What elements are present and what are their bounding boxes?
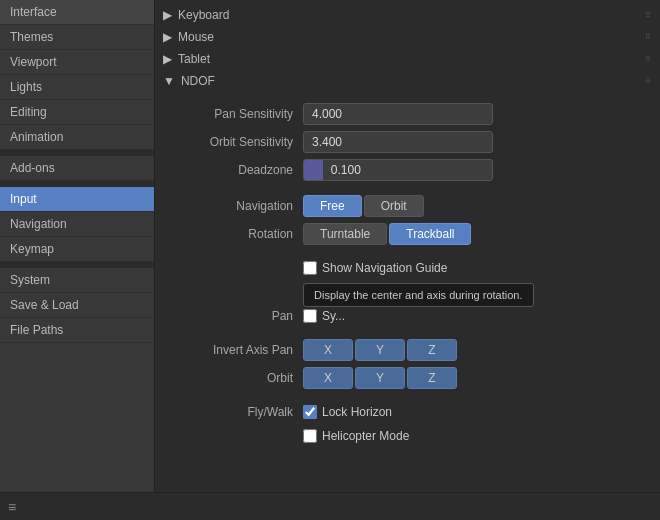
sidebar-item-file-paths[interactable]: File Paths: [0, 318, 154, 343]
invert-zoom-row: Invert Zoom: [155, 280, 660, 304]
rotation-row: Rotation Turntable Trackball: [155, 220, 660, 248]
invert-axis-pan-row: Invert Axis Pan X Y Z: [155, 336, 660, 364]
show-nav-guide-checkbox[interactable]: [303, 261, 317, 275]
deadzone-label: Deadzone: [163, 163, 303, 177]
orbit-sensitivity-row: Orbit Sensitivity 3.400: [155, 128, 660, 156]
sidebar-item-save-load[interactable]: Save & Load: [0, 293, 154, 318]
lock-horizon-checkbox[interactable]: [303, 405, 317, 419]
sidebar-item-add-ons[interactable]: Add-ons: [0, 156, 154, 181]
orbit-sensitivity-field[interactable]: 3.400: [303, 131, 493, 153]
rot-trackball-button[interactable]: Trackball: [389, 223, 471, 245]
pan-checkbox[interactable]: [303, 309, 317, 323]
tablet-arrow-icon: ▶: [163, 52, 172, 66]
mouse-arrow-icon: ▶: [163, 30, 172, 44]
menu-item-mouse[interactable]: ▶ Mouse ⠿: [155, 26, 660, 48]
main-content: ▶ Keyboard ⠿ ▶ Mouse ⠿ ▶ Tablet ⠿: [155, 0, 660, 492]
menu-item-ndof[interactable]: ▼ NDOF ⠿: [155, 70, 660, 92]
invert-axis-pan-value: X Y Z: [303, 339, 652, 361]
navigation-label: Navigation: [163, 199, 303, 213]
sidebar-item-animation[interactable]: Animation: [0, 125, 154, 150]
pan-label: Pan: [163, 309, 303, 323]
tablet-drag-icon: ⠿: [645, 55, 652, 64]
helicopter-mode-row: Helicopter Mode: [155, 424, 660, 448]
spacer-1: [155, 184, 660, 192]
invert-axis-pan-btn-group: X Y Z: [303, 339, 652, 361]
flywalk-label: Fly/Walk: [163, 405, 303, 419]
orbit-sensitivity-label: Orbit Sensitivity: [163, 135, 303, 149]
invert-axis-pan-label: Invert Axis Pan: [163, 343, 303, 357]
menu-item-keyboard[interactable]: ▶ Keyboard ⠿: [155, 4, 660, 26]
sidebar-item-editing[interactable]: Editing: [0, 100, 154, 125]
spacer-2: [155, 248, 660, 256]
pan-sy-label: Sy...: [322, 309, 345, 323]
deadzone-row: Deadzone 0.100: [155, 156, 660, 184]
rotation-label: Rotation: [163, 227, 303, 241]
orbit-x-button[interactable]: X: [303, 367, 353, 389]
orbit-z-button[interactable]: Z: [407, 367, 457, 389]
sidebar-item-lights[interactable]: Lights: [0, 75, 154, 100]
pan-sensitivity-row: Pan Sensitivity 4.000: [155, 100, 660, 128]
pan-sensitivity-label: Pan Sensitivity: [163, 107, 303, 121]
deadzone-bar: [304, 160, 323, 180]
pan-value: Sy...: [303, 309, 652, 323]
invert-pan-x-button[interactable]: X: [303, 339, 353, 361]
pan-sensitivity-value: 4.000: [303, 103, 652, 125]
navigation-row: Navigation Free Orbit: [155, 192, 660, 220]
show-nav-guide-row: Show Navigation Guide Display the center…: [155, 256, 660, 280]
sidebar: Interface Themes Viewport Lights Editing…: [0, 0, 155, 492]
helicopter-mode-checkbox-wrap: Helicopter Mode: [303, 429, 652, 443]
invert-zoom-value: Invert Zoom: [303, 285, 652, 299]
mouse-drag-icon: ⠿: [645, 33, 652, 42]
show-nav-guide-checkbox-wrap: Show Navigation Guide: [303, 261, 652, 275]
nav-free-button[interactable]: Free: [303, 195, 362, 217]
orbit-label: Orbit: [163, 371, 303, 385]
navigation-btn-group: Free Orbit: [303, 195, 652, 217]
sidebar-item-themes[interactable]: Themes: [0, 25, 154, 50]
orbit-sensitivity-value: 3.400: [303, 131, 652, 153]
invert-zoom-checkbox-wrap: Invert Zoom: [303, 285, 652, 299]
flywalk-row: Fly/Walk Lock Horizon: [155, 400, 660, 424]
orbit-y-button[interactable]: Y: [355, 367, 405, 389]
helicopter-mode-checkbox[interactable]: [303, 429, 317, 443]
sidebar-item-input[interactable]: Input: [0, 187, 154, 212]
menu-list: ▶ Keyboard ⠿ ▶ Mouse ⠿ ▶ Tablet ⠿: [155, 0, 660, 460]
lock-horizon-checkbox-wrap: Lock Horizon: [303, 405, 652, 419]
hamburger-icon[interactable]: ≡: [8, 499, 16, 515]
rotation-btn-group: Turntable Trackball: [303, 223, 652, 245]
orbit-value: X Y Z: [303, 367, 652, 389]
helicopter-mode-value: Helicopter Mode: [303, 429, 652, 443]
pan-sensitivity-field[interactable]: 4.000: [303, 103, 493, 125]
sidebar-item-system[interactable]: System: [0, 268, 154, 293]
deadzone-field[interactable]: 0.100: [303, 159, 493, 181]
show-nav-guide-label: Show Navigation Guide: [322, 261, 447, 275]
ndof-drag-icon: ⠿: [645, 77, 652, 86]
flywalk-value: Lock Horizon: [303, 405, 652, 419]
sidebar-item-keymap[interactable]: Keymap: [0, 237, 154, 262]
rotation-buttons: Turntable Trackball: [303, 223, 652, 245]
deadzone-value: 0.100: [303, 159, 652, 181]
pan-row: Pan Sy...: [155, 304, 660, 328]
keyboard-arrow-icon: ▶: [163, 8, 172, 22]
menu-item-tablet[interactable]: ▶ Tablet ⠿: [155, 48, 660, 70]
lock-horizon-label: Lock Horizon: [322, 405, 392, 419]
invert-pan-z-button[interactable]: Z: [407, 339, 457, 361]
nav-orbit-button[interactable]: Orbit: [364, 195, 424, 217]
ndof-arrow-icon: ▼: [163, 74, 175, 88]
bottom-bar: ≡: [0, 492, 660, 520]
rot-turntable-button[interactable]: Turntable: [303, 223, 387, 245]
helicopter-mode-label: Helicopter Mode: [322, 429, 409, 443]
sidebar-item-viewport[interactable]: Viewport: [0, 50, 154, 75]
sidebar-item-navigation[interactable]: Navigation: [0, 212, 154, 237]
sidebar-item-interface[interactable]: Interface: [0, 0, 154, 25]
ndof-settings-panel: Pan Sensitivity 4.000 Orbit Sensitivity …: [155, 92, 660, 456]
pan-checkbox-wrap: Sy...: [303, 309, 652, 323]
invert-pan-y-button[interactable]: Y: [355, 339, 405, 361]
orbit-btn-group: X Y Z: [303, 367, 652, 389]
spacer-4: [155, 392, 660, 400]
invert-zoom-label: Invert Zoom: [322, 285, 386, 299]
spacer-3: [155, 328, 660, 336]
keyboard-drag-icon: ⠿: [645, 11, 652, 20]
invert-zoom-checkbox[interactable]: [303, 285, 317, 299]
orbit-row: Orbit X Y Z: [155, 364, 660, 392]
show-nav-guide-value: Show Navigation Guide Display the center…: [303, 261, 652, 275]
